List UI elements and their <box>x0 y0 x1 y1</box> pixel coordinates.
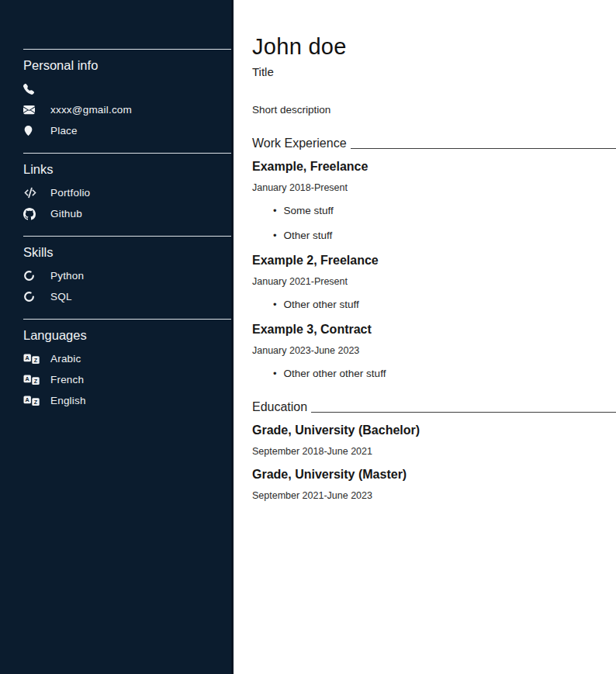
section-heading: Work Experience <box>252 137 616 150</box>
resume-section: Work Experience Example, Freelance Janua… <box>252 137 616 381</box>
bullet-item: Other stuff <box>273 228 616 243</box>
sidebar-item-label: Python <box>50 270 84 282</box>
sidebar-item: AZ French <box>0 369 231 390</box>
sidebar-section-heading: Skills <box>23 242 231 262</box>
resume-entry: Example 2, Freelance January 2021-Presen… <box>252 253 616 312</box>
github-icon <box>23 208 50 220</box>
sidebar-section: Languages AZ Arabic AZ French <box>0 319 231 411</box>
resume-entry: Grade, University (Master) September 202… <box>252 467 616 502</box>
sidebar-rows: Portfolio Github <box>0 182 231 224</box>
section-heading-line <box>351 148 616 149</box>
entry-dates: September 2021-June 2023 <box>252 489 616 502</box>
language-icon: AZ <box>23 396 50 406</box>
svg-text:A: A <box>26 354 29 361</box>
resume-entry: Example 3, Contract January 2023-June 20… <box>252 322 616 381</box>
section-heading-label: Education <box>252 401 307 413</box>
sidebar-item-label: Arabic <box>50 353 81 365</box>
resume-entry: Grade, University (Bachelor) September 2… <box>252 423 616 458</box>
entry-dates: January 2023-June 2023 <box>252 344 616 357</box>
sidebar-item-label: Place <box>50 125 78 137</box>
entry-title: Grade, University (Master) <box>252 467 616 482</box>
entry-dates: September 2018-June 2021 <box>252 445 616 458</box>
sidebar-item-label: Github <box>50 208 82 219</box>
resume-sections: Work Experience Example, Freelance Janua… <box>252 137 616 502</box>
sidebar-divider <box>23 319 231 320</box>
sidebar-item: Python <box>0 265 231 286</box>
language-icon: AZ <box>23 354 50 365</box>
svg-text:Z: Z <box>34 398 38 405</box>
sidebar-item[interactable]: Github <box>0 203 231 224</box>
section-entries: Grade, University (Bachelor) September 2… <box>252 423 616 502</box>
entry-dates: January 2021-Present <box>252 275 616 288</box>
sidebar-item: AZ Arabic <box>0 348 231 369</box>
section-heading-line <box>311 412 616 413</box>
sidebar-divider <box>23 49 231 50</box>
circle-notch-icon <box>23 270 50 282</box>
svg-text:Z: Z <box>34 356 38 363</box>
sidebar-item[interactable]: Portfolio <box>0 182 231 203</box>
envelope-icon <box>23 104 50 116</box>
sidebar-item <box>0 78 231 99</box>
entry-title: Example 3, Contract <box>252 322 616 337</box>
sidebar-section: Skills Python SQL <box>0 236 231 307</box>
resume-page: { "colors": { "sidebar_bg": "#0b1c2e", "… <box>0 0 616 674</box>
entry-title: Example, Freelance <box>252 159 616 175</box>
sidebar-section: Personal info xxxx@gmail.com <box>0 49 231 141</box>
resume-body: John doe Title Short description Work Ex… <box>236 0 616 674</box>
language-icon: AZ <box>23 375 50 385</box>
section-heading: Education <box>252 401 616 413</box>
sidebar-item: AZ English <box>0 390 231 411</box>
sidebar-item: xxxx@gmail.com <box>0 99 231 120</box>
location-icon <box>23 125 50 137</box>
section-entries: Example, Freelance January 2018-Present … <box>252 159 616 381</box>
sidebar-section-heading: Personal info <box>23 55 231 75</box>
code-icon <box>23 187 50 199</box>
sidebar-item: SQL <box>0 286 231 307</box>
resume-section: Education Grade, University (Bachelor) S… <box>252 401 616 502</box>
svg-text:A: A <box>26 396 29 403</box>
sidebar-rows: AZ Arabic AZ French AZ English <box>0 348 231 411</box>
sidebar-section: Links Portfolio Github <box>0 153 231 224</box>
sidebar-rows: Python SQL <box>0 265 231 307</box>
sidebar-item-label: xxxx@gmail.com <box>50 104 132 116</box>
sidebar-item-label: English <box>50 395 86 406</box>
circle-notch-icon <box>23 291 50 302</box>
entry-bullets: Other other other stuff <box>252 366 616 381</box>
person-name: John doe <box>252 34 616 60</box>
svg-text:Z: Z <box>34 377 38 384</box>
bullet-item: Some stuff <box>273 203 616 218</box>
entry-bullets: Some stuff Other stuff <box>252 203 616 243</box>
bullet-item: Other other stuff <box>273 297 616 312</box>
sidebar-divider <box>23 236 231 237</box>
short-description: Short description <box>252 103 616 117</box>
sidebar-section-heading: Links <box>23 159 231 179</box>
svg-text:A: A <box>26 375 29 382</box>
person-title: Title <box>252 64 616 79</box>
entry-title: Grade, University (Bachelor) <box>252 423 616 438</box>
entry-bullets: Other other stuff <box>252 297 616 312</box>
bullet-item: Other other other stuff <box>273 366 616 381</box>
sidebar-item: Place <box>0 120 231 141</box>
sidebar-sections: Personal info xxxx@gmail.com <box>0 49 231 411</box>
sidebar-item-label: SQL <box>50 291 72 302</box>
entry-title: Example 2, Freelance <box>252 253 616 268</box>
sidebar-item-label: French <box>50 374 84 385</box>
sidebar-section-heading: Languages <box>23 325 231 345</box>
sidebar-item-label: Portfolio <box>50 187 90 199</box>
section-heading-label: Work Experience <box>252 137 347 150</box>
sidebar-divider <box>23 153 231 154</box>
phone-icon <box>23 84 50 95</box>
sidebar-rows: xxxx@gmail.com Place <box>0 78 231 141</box>
entry-dates: January 2018-Present <box>252 181 616 194</box>
sidebar: Personal info xxxx@gmail.com <box>0 0 234 674</box>
resume-entry: Example, Freelance January 2018-Present … <box>252 159 616 243</box>
